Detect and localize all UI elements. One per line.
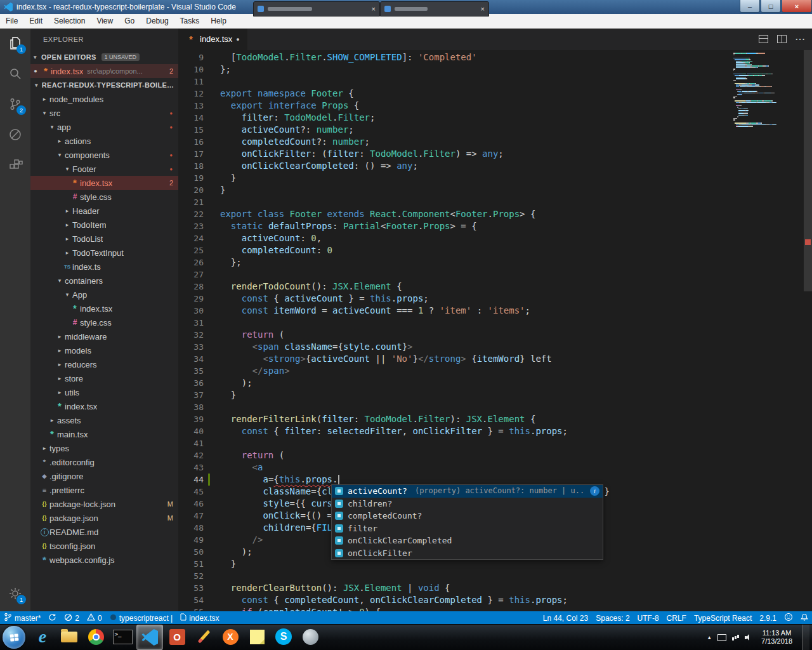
code-line-55[interactable]: 55 if (completedCount! > 0) { xyxy=(178,606,812,611)
volume-tray-icon[interactable] xyxy=(745,634,752,641)
file-package-lock.json[interactable]: {}package-lock.jsonM xyxy=(30,497,178,511)
folder-assets[interactable]: ▸assets xyxy=(30,413,178,427)
code-line-24[interactable]: 24 activeCount: 0, xyxy=(178,232,812,244)
eol[interactable]: CRLF xyxy=(663,611,690,625)
file-webpack.config.js[interactable]: *webpack.config.js xyxy=(30,553,178,567)
code-line-25[interactable]: 25 completedCount: 0 xyxy=(178,244,812,256)
folder-app[interactable]: ▾app● xyxy=(30,120,178,134)
file-index.tsx[interactable]: *index.tsx xyxy=(30,302,178,315)
code-line-31[interactable]: 31 xyxy=(178,317,812,329)
code-line-35[interactable]: 35 </span> xyxy=(178,365,812,377)
code-line-30[interactable]: 30 const itemWord = activeCount === 1 ? … xyxy=(178,305,812,317)
folder-utils[interactable]: ▸utils xyxy=(30,385,178,399)
file-.prettierrc[interactable]: ≡.prettierrc xyxy=(30,483,178,497)
taskbar-internet-explorer[interactable] xyxy=(30,625,55,649)
language-mode[interactable]: TypeScript React xyxy=(690,611,756,625)
code-line-10[interactable]: 10}; xyxy=(178,63,812,76)
folder-components[interactable]: ▾components● xyxy=(30,148,178,162)
sync-button[interactable] xyxy=(44,611,60,625)
code-line-26[interactable]: 26 }; xyxy=(178,256,812,269)
taskbar-file-explorer[interactable] xyxy=(56,625,82,649)
code-line-40[interactable]: 40 const { filter: selectedFilter, onCli… xyxy=(178,425,812,437)
folder-middleware[interactable]: ▸middleware xyxy=(30,329,178,343)
suggestion-completedCount[interactable]: completedCount? xyxy=(332,510,603,522)
folder-TodoList[interactable]: ▸TodoList xyxy=(30,232,178,246)
explorer-icon[interactable]: 1 xyxy=(0,28,30,58)
warning-count[interactable]: 0 xyxy=(83,611,106,625)
code-line-43[interactable]: 43 <a xyxy=(178,461,812,474)
encoding[interactable]: UTF-8 xyxy=(634,611,663,625)
code-line-33[interactable]: 33 <span className={style.count}> xyxy=(178,341,812,353)
folder-models[interactable]: ▸models xyxy=(30,343,178,357)
menu-tasks[interactable]: Tasks xyxy=(174,14,206,28)
folder-reducers[interactable]: ▸reducers xyxy=(30,357,178,371)
file-style.css[interactable]: #style.css xyxy=(30,190,178,204)
code-line-38[interactable]: 38 xyxy=(178,401,812,413)
show-desktop-button[interactable] xyxy=(802,625,809,650)
code-line-32[interactable]: 32 return ( xyxy=(178,329,812,341)
background-window-fragment[interactable]: × xyxy=(380,1,489,17)
more-actions-icon[interactable]: ··· xyxy=(796,34,806,44)
show-hidden-icons-icon[interactable]: ▲ xyxy=(707,635,712,640)
folder-types[interactable]: ▸types xyxy=(30,441,178,455)
taskbar-clock[interactable]: 11:13 AM 7/13/2018 xyxy=(757,629,796,646)
search-icon[interactable] xyxy=(0,58,30,89)
code-line-11[interactable]: 11 xyxy=(178,76,812,88)
open-editors-header[interactable]: ▾ OPEN EDITORS 1 UNSAVED xyxy=(30,50,178,64)
code-line-37[interactable]: 37 } xyxy=(178,389,812,401)
code-line-42[interactable]: 42 return ( xyxy=(178,449,812,461)
taskbar-app[interactable] xyxy=(298,625,323,649)
taskbar-office[interactable] xyxy=(164,625,190,649)
taskbar-command-prompt[interactable] xyxy=(110,625,135,649)
debug-icon[interactable] xyxy=(0,119,30,150)
taskbar-editor-tool[interactable] xyxy=(191,625,216,649)
file-.gitignore[interactable]: ◆.gitignore xyxy=(30,469,178,483)
code-line-39[interactable]: 39 renderFilterLink(filter: TodoModel.Fi… xyxy=(178,413,812,425)
code-line-21[interactable]: 21 xyxy=(178,196,812,208)
ts-version[interactable]: 2.9.1 xyxy=(756,611,780,625)
display-tray-icon[interactable] xyxy=(717,634,726,641)
git-branch[interactable]: master* xyxy=(0,611,44,625)
dirty-dot-icon[interactable]: ● xyxy=(236,36,239,43)
code-line-54[interactable]: 54 const { completedCount, onClickClearC… xyxy=(178,594,812,606)
minimize-button[interactable]: – xyxy=(740,0,760,13)
settings-gear-icon[interactable]: 1 xyxy=(0,578,30,609)
file-style.css[interactable]: #style.css xyxy=(30,315,178,329)
file-index.tsx[interactable]: *index.tsx2 xyxy=(30,176,178,190)
maximize-button[interactable]: □ xyxy=(761,0,781,13)
start-button[interactable] xyxy=(3,626,25,649)
ext-typescriptreact[interactable]: typescriptreact | xyxy=(106,611,176,625)
suggestion-filter[interactable]: filter xyxy=(332,522,603,535)
code-line-22[interactable]: 22export class Footer extends React.Comp… xyxy=(178,208,812,220)
minimap[interactable] xyxy=(730,50,803,611)
code-line-36[interactable]: 36 ); xyxy=(178,377,812,389)
code-line-17[interactable]: 17 onClickFilter: (filter: TodoModel.Fil… xyxy=(178,148,812,160)
close-icon[interactable]: × xyxy=(481,5,485,13)
background-window-fragment[interactable]: × xyxy=(253,1,380,17)
open-editor-item[interactable]: ●*index.tsxsrc\app\compon...2 xyxy=(30,64,178,78)
suggestion-onClickFilter[interactable]: onClickFilter xyxy=(332,547,603,560)
folder-App[interactable]: ▾App xyxy=(30,288,178,302)
feedback[interactable] xyxy=(780,611,797,625)
code-line-16[interactable]: 16 completedCount?: number; xyxy=(178,136,812,148)
file-main.tsx[interactable]: *main.tsx xyxy=(30,427,178,441)
folder-src[interactable]: ▾src● xyxy=(30,106,178,120)
code-line-18[interactable]: 18 onClickClearCompleted: () => any; xyxy=(178,160,812,172)
code-line-41[interactable]: 41 xyxy=(178,437,812,449)
code-line-14[interactable]: 14 filter: TodoModel.Filter; xyxy=(178,112,812,124)
taskbar-sticky-notes[interactable] xyxy=(244,625,270,649)
error-count[interactable]: 2 xyxy=(60,611,83,625)
menu-selection[interactable]: Selection xyxy=(48,14,91,28)
menu-help[interactable]: Help xyxy=(205,14,232,28)
info-icon[interactable]: i xyxy=(590,486,599,496)
code-line-13[interactable]: 13 export interface Props { xyxy=(178,100,812,112)
file-README.md[interactable]: iREADME.md xyxy=(30,525,178,539)
code-area[interactable]: 9 [TodoModel.Filter.SHOW_COMPLETED]: 'Co… xyxy=(178,50,812,611)
taskbar-vscode[interactable] xyxy=(136,625,163,650)
code-line-23[interactable]: 23 static defaultProps: Partial<Footer.P… xyxy=(178,220,812,232)
code-line-29[interactable]: 29 const { activeCount } = this.props; xyxy=(178,293,812,305)
code-line-27[interactable]: 27 xyxy=(178,269,812,281)
cursor-position[interactable]: Ln 44, Col 23 xyxy=(539,611,592,625)
suggestion-activeCount[interactable]: activeCount?(property) activeCount?: num… xyxy=(332,485,603,498)
folder-TodoTextInput[interactable]: ▸TodoTextInput xyxy=(30,246,178,260)
